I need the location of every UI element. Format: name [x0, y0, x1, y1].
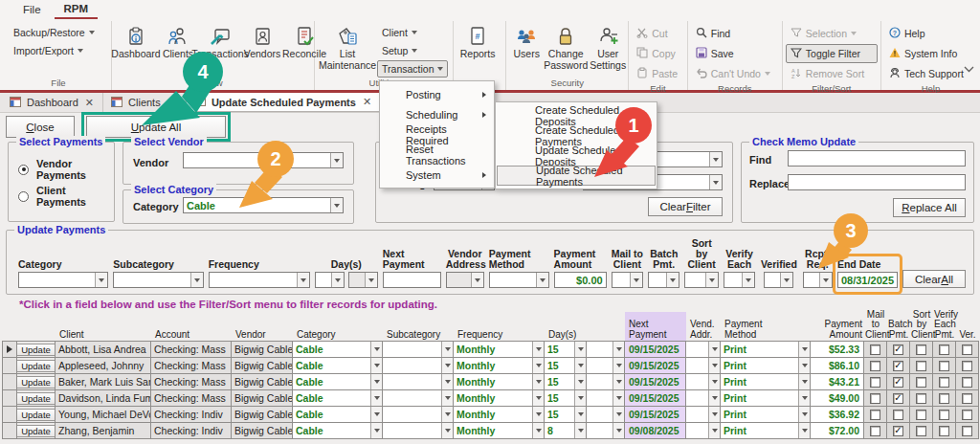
menu-rpm[interactable]: RPM: [55, 1, 99, 19]
up-sort-by-client-combobox[interactable]: [684, 272, 718, 288]
cell-vendor[interactable]: Bigwig Cable: [232, 390, 293, 406]
col-header-days[interactable]: Day(s): [545, 330, 587, 342]
sort-by-client-checkbox[interactable]: [916, 377, 926, 388]
chevron-down-icon[interactable]: [532, 342, 544, 357]
chevron-down-icon[interactable]: [612, 407, 624, 422]
cell-account[interactable]: Checking: Mass: [151, 342, 232, 357]
user-settings-button[interactable]: User Settings: [588, 22, 628, 71]
chevron-down-icon[interactable]: [441, 358, 453, 373]
cell-category-combobox[interactable]: Cable: [293, 342, 383, 357]
cell-payment-amount[interactable]: $86.10: [811, 358, 864, 373]
cell-payment-amount[interactable]: $36.92: [811, 407, 864, 422]
cell-client[interactable]: Zhang, Benjamin: [56, 423, 151, 438]
copy-button[interactable]: Copy: [632, 44, 683, 63]
mail-to-client-checkbox[interactable]: [870, 344, 880, 355]
row-update-button[interactable]: Update: [17, 392, 56, 405]
up-batch-pmt-combobox[interactable]: [648, 272, 679, 288]
cell-vendor[interactable]: Bigwig Cable: [232, 358, 293, 373]
up-next-payment-input[interactable]: [383, 272, 441, 288]
col-header-frequency[interactable]: Frequency: [454, 330, 545, 342]
up-payment-amount-input[interactable]: $0.00: [554, 272, 607, 288]
up-verified-combobox[interactable]: [764, 272, 793, 288]
cell-frequency-combobox[interactable]: Monthly: [454, 423, 545, 438]
cell-day-combobox[interactable]: 15: [545, 390, 587, 406]
chevron-down-icon[interactable]: [612, 423, 624, 438]
client-payments-radio[interactable]: Client Payments: [18, 185, 114, 208]
up-frequency-combobox[interactable]: [209, 272, 310, 288]
change-password-button[interactable]: Change Password: [544, 22, 588, 71]
cell-category-combobox[interactable]: Cable: [293, 374, 383, 389]
close-icon[interactable]: ✕: [362, 96, 372, 108]
batch-pmt-checkbox[interactable]: [893, 361, 903, 371]
chevron-down-icon[interactable]: [532, 407, 544, 422]
cell-subcategory-combobox[interactable]: [383, 342, 454, 357]
tab-dashboard[interactable]: Dashboard ✕: [2, 93, 103, 112]
menu-item-update-scheduled-payments[interactable]: Update Scheduled Payments: [497, 166, 656, 186]
up-day2-combobox[interactable]: [348, 272, 378, 288]
chevron-down-icon[interactable]: [441, 374, 453, 389]
chevron-down-icon[interactable]: [532, 390, 544, 406]
cell-subcategory-combobox[interactable]: [383, 374, 454, 389]
chevron-down-icon[interactable]: [532, 358, 544, 373]
tab-update-scheduled-payments[interactable]: Update Scheduled Payments ✕: [186, 93, 381, 112]
cell-frequency-combobox[interactable]: Monthly: [454, 342, 545, 357]
paste-button[interactable]: Paste: [632, 64, 683, 83]
chevron-down-icon[interactable]: [705, 273, 718, 287]
import-export-button[interactable]: Import/Export: [9, 42, 108, 59]
cell-client[interactable]: Appleseed, Johnny: [56, 358, 151, 373]
sort-by-client-checkbox[interactable]: [916, 426, 926, 436]
chevron-down-icon[interactable]: [708, 423, 720, 438]
cell-payment-amount[interactable]: $52.33: [811, 342, 864, 357]
col-header-mail-to-client[interactable]: Mail to Client: [864, 310, 887, 342]
verify-each-checkbox[interactable]: [939, 344, 949, 355]
close-button[interactable]: Close: [6, 116, 75, 138]
cell-vend-addr-combobox[interactable]: [686, 423, 721, 438]
system-info-button[interactable]: System Info: [884, 44, 977, 63]
verify-each-checkbox[interactable]: [939, 393, 949, 404]
verify-each-checkbox[interactable]: [939, 377, 949, 388]
cell-payment-method-combobox[interactable]: Print: [721, 407, 811, 422]
chevron-down-icon[interactable]: [574, 342, 586, 357]
toggle-filter-button[interactable]: Toggle Filter: [786, 44, 878, 63]
cell-payment-amount[interactable]: $49.00: [811, 390, 864, 406]
cell-vendor[interactable]: Bigwig Cable: [232, 423, 293, 438]
row-selector[interactable]: [2, 423, 17, 438]
verify-each-checkbox[interactable]: [939, 410, 949, 420]
cell-category-combobox[interactable]: Cable: [293, 390, 383, 406]
transactions-button[interactable]: Transactions: [199, 22, 241, 60]
col-header-account[interactable]: Account: [151, 330, 232, 342]
ver-checkbox[interactable]: [962, 344, 972, 355]
ver-checkbox[interactable]: [962, 393, 972, 404]
find-button[interactable]: Find: [691, 24, 779, 43]
row-selector[interactable]: [2, 390, 17, 406]
col-header-payment-method[interactable]: Payment Method: [721, 320, 811, 341]
chevron-down-icon[interactable]: [370, 423, 382, 438]
cell-frequency-combobox[interactable]: Monthly: [454, 358, 545, 373]
transaction-menu-button[interactable]: Transaction: [377, 60, 448, 78]
batch-pmt-checkbox[interactable]: [893, 377, 903, 388]
row-selector[interactable]: [2, 374, 17, 389]
menu-item-posting[interactable]: Posting: [381, 84, 493, 104]
chevron-down-icon[interactable]: [297, 273, 309, 287]
sort-by-client-checkbox[interactable]: [916, 393, 926, 404]
chevron-down-icon[interactable]: [708, 358, 720, 373]
cell-day2-combobox[interactable]: [587, 374, 625, 389]
backup-restore-button[interactable]: Backup/Restore: [9, 24, 108, 41]
col-header-payment-amount[interactable]: Payment Amount: [811, 320, 864, 341]
cell-payment-method-combobox[interactable]: Print: [721, 374, 811, 389]
cell-vendor[interactable]: Bigwig Cable: [232, 374, 293, 389]
chevron-down-icon[interactable]: [95, 273, 107, 287]
up-mail-to-client-combobox[interactable]: [612, 272, 643, 288]
tab-clients[interactable]: Clients ✕: [103, 93, 186, 112]
ver-checkbox[interactable]: [962, 377, 972, 388]
cell-payment-method-combobox[interactable]: Print: [721, 358, 811, 373]
chevron-down-icon[interactable]: [630, 273, 642, 287]
remove-sort-button[interactable]: AZRemove Sort: [786, 64, 878, 83]
chevron-down-icon[interactable]: [819, 273, 832, 287]
chevron-down-icon[interactable]: [742, 273, 754, 287]
chevron-down-icon[interactable]: [798, 374, 810, 389]
chevron-down-icon[interactable]: [612, 390, 624, 406]
chevron-down-icon[interactable]: [365, 273, 377, 287]
row-update-button[interactable]: Update: [17, 344, 56, 356]
help-button[interactable]: ?Help: [884, 24, 977, 43]
